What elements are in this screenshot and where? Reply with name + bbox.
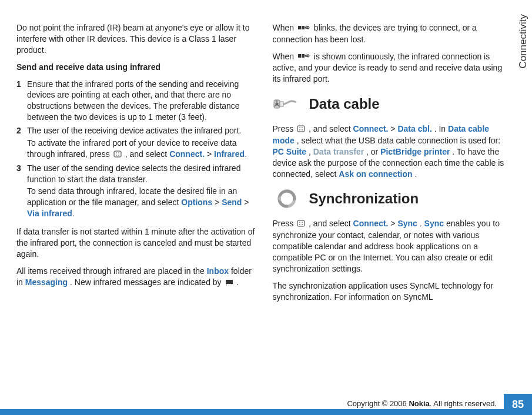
link-data-transfer: Data transfer	[313, 147, 364, 156]
page-body: Do not point the infrared (IR) beam at a…	[0, 0, 532, 309]
svg-point-3	[116, 155, 117, 156]
svg-rect-5	[226, 280, 233, 284]
svg-point-2	[118, 152, 119, 153]
step-num: 3	[16, 163, 27, 220]
side-tab: Connectivity	[514, 0, 532, 376]
steps-list: 1 Ensure that the infrared ports of the …	[16, 79, 256, 221]
body-text: Press , and select Connect. > Data cbl. …	[273, 123, 513, 179]
ir-indicator-icon	[297, 51, 310, 62]
svg-point-14	[299, 127, 300, 128]
svg-point-17	[302, 129, 303, 130]
svg-point-1	[116, 152, 117, 153]
svg-rect-6	[298, 26, 301, 29]
link-send: Send	[222, 198, 242, 207]
svg-rect-11	[280, 102, 283, 106]
right-column: When blinks, the devices are trying to c…	[273, 22, 513, 309]
link-connect: Connect.	[353, 219, 389, 228]
menu-key-icon	[297, 219, 305, 230]
step-text: To send data through infrared, locate th…	[27, 186, 256, 219]
section-sync: Synchronization	[273, 188, 513, 210]
link-connect: Connect.	[169, 149, 205, 159]
link-connect: Connect.	[353, 124, 389, 133]
svg-rect-8	[298, 54, 301, 58]
link-via-infrared: Via infrared	[27, 209, 72, 218]
step-text: The user of the receiving device activat…	[27, 125, 256, 136]
svg-point-16	[299, 129, 300, 130]
footer-bar: 85	[0, 394, 532, 415]
svg-point-21	[299, 222, 300, 223]
link-messaging: Messaging	[25, 277, 68, 287]
svg-rect-7	[302, 26, 305, 29]
link-sync: Sync	[397, 219, 417, 228]
step-text: To activate the infrared port of your de…	[27, 138, 256, 160]
footer-stripe	[0, 409, 504, 415]
menu-key-icon	[113, 149, 122, 160]
svg-point-22	[302, 222, 303, 223]
body-text: Press , and select Connect. > Sync . Syn…	[273, 218, 513, 274]
svg-point-24	[302, 224, 303, 225]
left-column: Do not point the infrared (IR) beam at a…	[16, 22, 256, 309]
ir-message-icon	[225, 277, 233, 289]
body-text: All items received through infrared are …	[16, 266, 256, 289]
sync-icon	[273, 188, 301, 210]
section-data-cable: Data cable	[273, 93, 513, 115]
link-pictbridge: PictBridge printer	[380, 147, 450, 156]
link-data-cbl: Data cbl.	[397, 124, 431, 133]
svg-rect-20	[297, 220, 305, 226]
step-2: 2 The user of the receiving device activ…	[16, 125, 256, 162]
body-text: If data transfer is not started within 1…	[16, 226, 256, 260]
body-text: When blinks, the devices are trying to c…	[273, 22, 513, 45]
heading-data-cable: Data cable	[309, 95, 380, 113]
svg-point-15	[302, 127, 303, 128]
step-num: 1	[16, 79, 27, 125]
link-pc-suite: PC Suite	[273, 147, 307, 156]
ir-indicator-icon	[297, 23, 310, 34]
subheading-infrared: Send and receive data using infrared	[16, 62, 256, 73]
body-text: When is shown continuously, the infrared…	[273, 51, 513, 85]
body-text: The synchronization application uses Syn…	[273, 280, 513, 303]
menu-key-icon	[297, 124, 305, 135]
step-text: Ensure that the infrared ports of the se…	[27, 79, 256, 123]
link-inbox: Inbox	[207, 266, 229, 276]
link-options: Options	[181, 198, 212, 207]
svg-rect-13	[297, 126, 305, 132]
step-3: 3 The user of the sending device selects…	[16, 163, 256, 220]
heading-sync: Synchronization	[309, 189, 419, 208]
link-sync: Sync	[424, 219, 444, 228]
usb-cable-icon	[273, 93, 301, 115]
page-number: 85	[504, 394, 532, 415]
svg-point-4	[118, 155, 119, 156]
step-num: 2	[16, 125, 27, 162]
svg-rect-9	[302, 54, 305, 58]
svg-rect-0	[114, 151, 121, 157]
link-ask-on-connection: Ask on connection	[339, 169, 412, 179]
svg-point-23	[299, 224, 300, 225]
step-text: The user of the sending device selects t…	[27, 163, 256, 185]
link-infrared: Infrared	[214, 149, 245, 159]
side-tab-label: Connectivity	[517, 14, 529, 69]
intro-text: Do not point the infrared (IR) beam at a…	[16, 22, 256, 56]
step-1: 1 Ensure that the infrared ports of the …	[16, 79, 256, 125]
